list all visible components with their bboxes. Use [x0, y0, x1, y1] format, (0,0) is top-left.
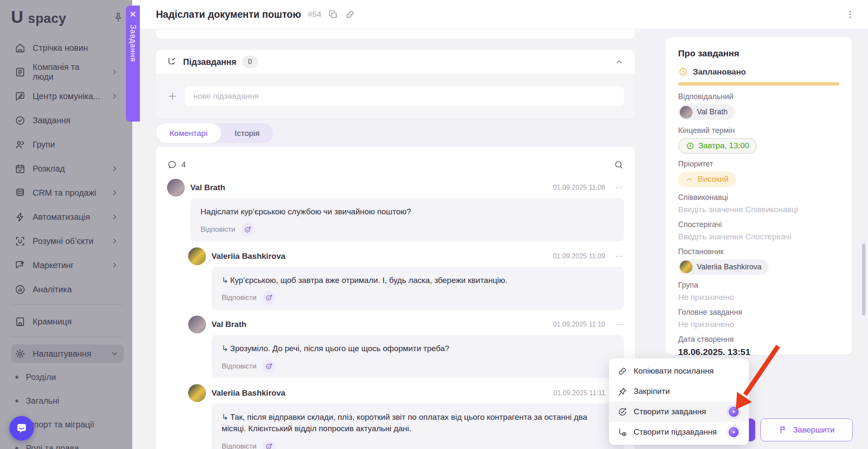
- more-horizontal-icon[interactable]: [615, 320, 624, 329]
- chevron-up-icon[interactable]: [615, 57, 624, 67]
- company-icon: [14, 67, 26, 78]
- chevron-down-icon: [109, 349, 120, 358]
- status-value[interactable]: Заплановано: [693, 67, 746, 77]
- comment-timestamp: 01.09.2025 11:08: [553, 184, 605, 191]
- sidebar-subitem-label: Загальні: [26, 396, 59, 406]
- plus-icon[interactable]: [167, 91, 178, 102]
- status-clock-icon: [678, 67, 688, 77]
- scrollbar-thumb[interactable]: [862, 244, 865, 316]
- comment-text: Надіслати кур’єрською службою чи звичайн…: [200, 206, 614, 218]
- logo-text: spacy: [28, 11, 66, 26]
- task-detail-panel: Надіслати документи поштою #54 Підзавдан…: [132, 0, 868, 449]
- sidebar-item-label: Завдання: [33, 116, 70, 125]
- add-reaction-button[interactable]: [262, 360, 276, 373]
- reply-button[interactable]: Відповісти: [222, 362, 256, 371]
- sidebar-item-label: Розклад: [33, 164, 65, 174]
- creator-chip[interactable]: Valeriia Bashkirova: [678, 259, 768, 275]
- sidebar-item-label: Автоматизація: [33, 212, 90, 222]
- reply-button[interactable]: Відповісти: [222, 442, 256, 449]
- comment-timestamp: 01.09.2025 11:10: [553, 321, 605, 328]
- avatar[interactable]: [188, 384, 206, 402]
- deadline-chip[interactable]: Завтра, 13:00: [678, 138, 757, 154]
- sidebar-item-label: Розумні об’єкти: [33, 236, 93, 246]
- sidebar-item-analytics[interactable]: Аналітика: [11, 280, 124, 299]
- sidebar-item-groups[interactable]: Групи: [11, 135, 124, 154]
- sidebar-item-label: CRM та продажі: [33, 188, 96, 198]
- sidebar-item-tasks[interactable]: Завдання: [11, 111, 124, 130]
- add-reaction-button[interactable]: [262, 440, 276, 449]
- more-horizontal-icon[interactable]: [615, 183, 624, 192]
- menu-item-pin[interactable]: Закріпити: [609, 381, 749, 402]
- check-circle-icon: [14, 115, 26, 126]
- chevron-right-icon: [109, 213, 120, 221]
- ai-badge[interactable]: ✦: [727, 405, 740, 419]
- ai-badge[interactable]: ✦: [727, 425, 740, 439]
- complete-task-button[interactable]: Завершити: [760, 419, 853, 441]
- menu-item-create-subtask[interactable]: Створити підзавдання ✦: [609, 422, 749, 442]
- comment-bubble-icon: [167, 160, 177, 170]
- parent-task-value[interactable]: Не призначено: [678, 320, 839, 329]
- creator-name: Valeriia Bashkirova: [697, 263, 762, 272]
- chevron-right-icon: [109, 68, 120, 76]
- add-reaction-button[interactable]: [241, 223, 255, 236]
- megaphone-icon: [14, 260, 26, 271]
- link-icon[interactable]: [345, 9, 355, 19]
- menu-item-copy-link[interactable]: Копіювати посилання: [609, 361, 749, 381]
- tab-history[interactable]: Історія: [221, 123, 273, 143]
- sidebar-item-automation[interactable]: Автоматизація: [11, 208, 124, 226]
- about-task-panel: Про завдання Заплановано Відповідальний …: [665, 37, 852, 355]
- sidebar-item-smart-objects[interactable]: Розумні об’єкти: [11, 232, 124, 250]
- comment-body: ↳Кур’єрською, щоб завтра вже отримали. І…: [211, 267, 624, 310]
- task-number: #54: [308, 10, 321, 19]
- analytics-icon: [14, 284, 26, 295]
- coexecutors-input[interactable]: Введіть значення Співвиконавці: [678, 205, 839, 214]
- add-reaction-button[interactable]: [262, 291, 276, 305]
- priority-high-icon: [686, 175, 693, 183]
- reply-arrow-icon: ↳: [222, 344, 228, 353]
- sidebar-item-schedule[interactable]: Розклад: [11, 159, 124, 178]
- sidebar-item-settings[interactable]: Налаштування: [11, 344, 124, 363]
- created-date-value: 18.06.2025, 13:51: [678, 347, 839, 355]
- sidebar-subitem-sections[interactable]: Розділи: [11, 369, 124, 385]
- support-chat-button[interactable]: [9, 416, 34, 441]
- avatar[interactable]: [167, 179, 185, 197]
- new-subtask-input[interactable]: [185, 86, 624, 106]
- search-icon[interactable]: [614, 160, 624, 170]
- reply-button[interactable]: Відповісти: [200, 225, 235, 234]
- task-slideover-tab[interactable]: ✕ Завдання: [126, 6, 140, 122]
- sidebar-item-company[interactable]: Компанія та люди: [11, 63, 124, 81]
- about-task-title: Про завдання: [678, 48, 839, 58]
- comment-item: Val Brath 01.09.2025 11:10 ↳Зрозуміло. Д…: [188, 316, 624, 378]
- sidebar-item-marketing[interactable]: Маркетинг: [11, 256, 124, 274]
- observers-input[interactable]: Введіть значення Спостерігачі: [678, 232, 839, 241]
- subtasks-icon: [167, 57, 177, 67]
- menu-item-label: Створити завдання: [634, 407, 706, 416]
- reply-button[interactable]: Відповісти: [222, 294, 256, 302]
- close-icon[interactable]: ✕: [129, 10, 137, 19]
- comment-timestamp: 01.09.2025 11:11: [554, 389, 605, 397]
- sidebar-item-crm[interactable]: CRM та продажі: [11, 183, 124, 202]
- pin-sidebar-icon[interactable]: [113, 12, 124, 23]
- gear-icon: [14, 348, 26, 360]
- responsible-chip[interactable]: Val Brath: [678, 104, 734, 120]
- sidebar-item-label: Аналітика: [33, 285, 72, 294]
- sidebar-subitem-general[interactable]: Загальні: [11, 392, 124, 409]
- sparkle-icon: ✦: [729, 407, 739, 417]
- copy-icon[interactable]: [328, 9, 338, 19]
- sidebar-item-marketplace[interactable]: Крамниця: [11, 312, 124, 331]
- sidebar-item-newsfeed[interactable]: Стрічка новин: [11, 39, 124, 57]
- uspacy-logo: U spacy: [11, 8, 66, 27]
- group-value[interactable]: Не призначено: [678, 293, 839, 302]
- menu-item-create-task[interactable]: Створити завдання ✦: [609, 402, 749, 422]
- comment-author: Val Brath: [190, 183, 225, 192]
- avatar[interactable]: [188, 247, 206, 265]
- more-horizontal-icon[interactable]: [615, 252, 624, 261]
- tab-comments[interactable]: Коментарі: [156, 123, 221, 143]
- sidebar-subitem-roles[interactable]: Ролі та права: [11, 440, 124, 449]
- shop-icon: [14, 316, 26, 327]
- more-vertical-icon[interactable]: [845, 9, 855, 19]
- priority-chip[interactable]: Високий: [678, 172, 736, 187]
- avatar[interactable]: [188, 316, 206, 333]
- deadline-clock-icon: [686, 141, 695, 150]
- sidebar-item-communications[interactable]: Центр комуніка...: [11, 87, 124, 105]
